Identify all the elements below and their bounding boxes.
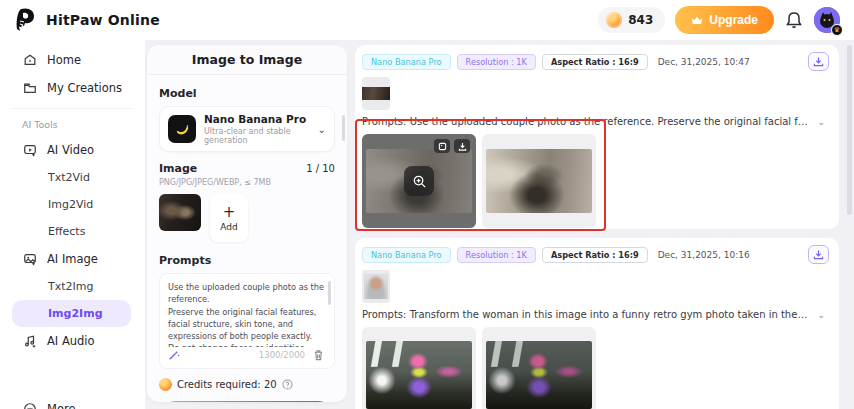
brand-name: HitPaw Online: [46, 12, 160, 28]
resolution-badge: Resolution : 1K: [457, 54, 536, 70]
prompt-textarea[interactable]: Use the uploaded couple photo as the ref…: [159, 273, 335, 369]
ai-video-icon: [22, 143, 37, 158]
result-card: Nano Banana Pro Resolution : 1K Aspect R…: [355, 238, 839, 409]
expand-chevron-icon[interactable]: ⌄: [817, 310, 825, 320]
results-list: Nano Banana Pro Resolution : 1K Aspect R…: [355, 45, 839, 409]
nano-banana-icon: [168, 115, 196, 143]
page-scrollbar[interactable]: [847, 45, 852, 215]
plus-icon: +: [223, 205, 236, 220]
aspect-ratio-badge: Aspect Ratio : 16:9: [542, 247, 648, 263]
result-timestamp: Dec, 31,2025, 10:16: [658, 250, 750, 260]
crown-icon: [691, 15, 703, 26]
sidebar-item-more[interactable]: More: [0, 395, 145, 409]
add-image-button[interactable]: + Add: [210, 194, 248, 242]
sidebar-item-my-creations[interactable]: My Creations: [0, 74, 145, 102]
coin-icon: [606, 12, 622, 28]
download-icon: [813, 249, 824, 260]
generated-image-1[interactable]: [362, 327, 476, 409]
prompt-scrollbar[interactable]: [328, 281, 331, 305]
model-label: Model: [159, 87, 335, 100]
input-image-thumbnail[interactable]: [362, 77, 390, 110]
sidebar-sub-label: Txt2Img: [48, 280, 93, 293]
sidebar-item-ai-image[interactable]: AI Image: [0, 245, 145, 273]
expand-chevron-icon[interactable]: ⌄: [817, 117, 825, 127]
sidebar-item-ai-audio[interactable]: AI Audio: [0, 327, 145, 355]
user-avatar[interactable]: ♛: [814, 7, 840, 33]
sidebar-item-txt2img[interactable]: Txt2Img: [0, 273, 145, 300]
download-icon: [813, 56, 824, 67]
download-all-button[interactable]: [808, 52, 829, 71]
ai-audio-icon: [22, 334, 37, 349]
image-counter: 1 / 10: [306, 163, 335, 174]
zoom-preview-button[interactable]: [404, 166, 434, 196]
magic-wand-icon[interactable]: [168, 349, 180, 361]
image-format-hint: PNG/JPG/JPEG/WEBP, ≤ 7MB: [159, 178, 335, 187]
input-image-thumbnail[interactable]: [362, 270, 390, 303]
reuse-image-button[interactable]: [434, 139, 450, 153]
uploaded-image-thumbnail[interactable]: [159, 194, 201, 231]
avatar-vip-badge: ♛: [831, 24, 843, 36]
sidebar-sub-label: Effects: [48, 225, 85, 238]
notifications-bell-icon[interactable]: [784, 10, 804, 30]
sidebar-item-ai-video[interactable]: AI Video: [0, 136, 145, 164]
sidebar-item-effects[interactable]: Effects: [0, 218, 145, 245]
sidebar: Home My Creations AI Tools AI Video Txt2…: [0, 40, 145, 409]
generate-button[interactable]: Generate: [159, 401, 335, 402]
aspect-ratio-badge: Aspect Ratio : 16:9: [542, 54, 648, 70]
hitpaw-logo-icon: [14, 7, 38, 33]
sidebar-sub-label: Img2Img: [48, 307, 103, 320]
character-counter: 1300/2000: [259, 350, 305, 360]
coin-icon: [159, 378, 172, 391]
result-prompt-text: Prompts: Use the uploaded couple photo a…: [362, 116, 809, 127]
upgrade-button[interactable]: Upgrade: [675, 6, 774, 34]
prompt-text[interactable]: Use the uploaded couple photo as the ref…: [168, 281, 324, 347]
resolution-badge: Resolution : 1K: [457, 247, 536, 263]
model-selector[interactable]: Nano Banana Pro Ultra-clear and stable g…: [159, 106, 335, 152]
result-timestamp: Dec, 31,2025, 10:47: [658, 57, 750, 67]
brand[interactable]: HitPaw Online: [14, 7, 160, 33]
upgrade-label: Upgrade: [709, 13, 758, 27]
model-badge: Nano Banana Pro: [362, 247, 451, 263]
result-card: Nano Banana Pro Resolution : 1K Aspect R…: [355, 45, 839, 229]
sidebar-item-label: Home: [47, 53, 81, 67]
panel-title: Image to Image: [147, 45, 347, 75]
ai-image-icon: [22, 252, 37, 267]
folder-icon: [22, 81, 37, 96]
sidebar-item-label: AI Video: [47, 143, 94, 157]
sidebar-item-img2vid[interactable]: Img2Vid: [0, 191, 145, 218]
sidebar-item-home[interactable]: Home: [0, 46, 145, 74]
sidebar-item-img2img[interactable]: Img2Img: [12, 300, 131, 327]
generated-image-1[interactable]: [362, 134, 476, 228]
sidebar-sub-label: Txt2Vid: [48, 171, 90, 184]
credits-required-row: Credits required: 20: [159, 378, 335, 391]
credits-required-text: Credits required: 20: [177, 379, 277, 390]
more-icon: [22, 402, 37, 409]
trash-icon[interactable]: [313, 349, 324, 361]
sidebar-item-label: AI Image: [47, 252, 98, 266]
download-all-button[interactable]: [808, 245, 829, 264]
model-name: Nano Banana Pro: [204, 113, 310, 125]
sidebar-section-ai-tools: AI Tools: [12, 108, 133, 136]
generated-image-2[interactable]: [482, 327, 596, 409]
image-to-image-panel: Image to Image Model Nano Banana Pro Ult…: [147, 45, 347, 402]
download-image-button[interactable]: [454, 139, 470, 153]
credits-count: 843: [628, 13, 653, 27]
model-description: Ultra-clear and stable generation: [204, 127, 310, 145]
generated-image-2[interactable]: [482, 134, 596, 228]
home-icon: [22, 53, 37, 68]
top-header: HitPaw Online 843 Upgrade ♛: [0, 0, 854, 40]
result-prompt-text: Prompts: Transform the woman in this ima…: [362, 309, 809, 320]
image-label: Image: [159, 162, 197, 175]
sidebar-sub-label: Img2Vid: [48, 198, 93, 211]
prompts-label: Prompts: [159, 254, 335, 267]
magnifier-plus-icon: [412, 174, 427, 189]
help-icon[interactable]: [282, 379, 293, 390]
panel-scrollbar[interactable]: [342, 115, 345, 141]
chevron-down-icon: ⌄: [318, 124, 326, 135]
sidebar-item-label: My Creations: [47, 81, 122, 95]
model-badge: Nano Banana Pro: [362, 54, 451, 70]
sidebar-item-label: More: [47, 402, 76, 409]
credits-balance[interactable]: 843: [598, 7, 665, 33]
sidebar-item-label: AI Audio: [47, 334, 95, 348]
sidebar-item-txt2vid[interactable]: Txt2Vid: [0, 164, 145, 191]
